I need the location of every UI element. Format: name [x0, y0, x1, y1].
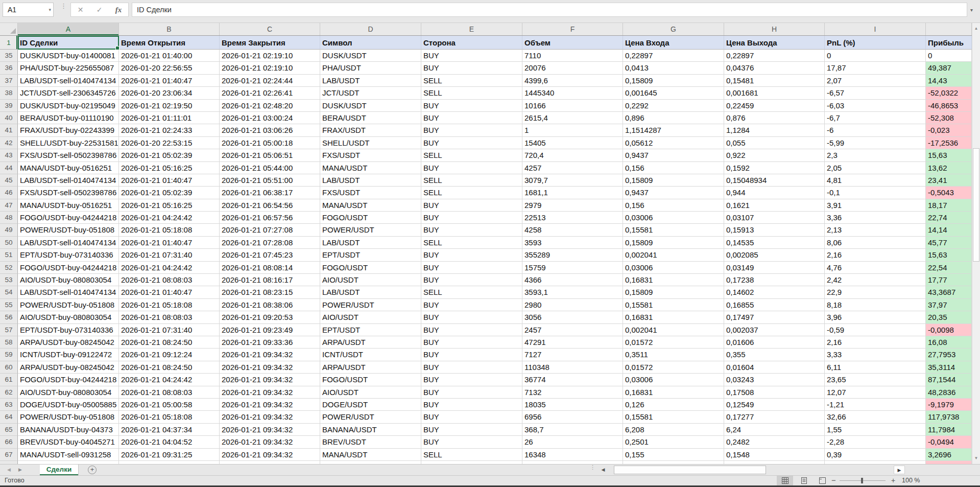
- row-number[interactable]: 36: [0, 62, 18, 74]
- cell-pnl[interactable]: 0,39: [825, 449, 926, 461]
- cell-exit-price[interactable]: 0,001681: [724, 87, 825, 99]
- cell-exit-price[interactable]: 0,15048934: [724, 174, 825, 187]
- cell-profit[interactable]: 87,1544: [926, 374, 972, 386]
- cell-symbol[interactable]: FOGO/USDT: [320, 374, 421, 386]
- cell-close-time[interactable]: 2026-01-21 02:19:10: [220, 50, 320, 62]
- cell-profit[interactable]: 13,62: [926, 162, 972, 174]
- column-header-G[interactable]: G: [623, 23, 724, 35]
- cell-exit-price[interactable]: 0,17277: [724, 411, 825, 423]
- row-number[interactable]: 44: [0, 162, 18, 174]
- cell-pnl[interactable]: 6,11: [825, 361, 926, 374]
- cell-entry-price[interactable]: 0,05612: [623, 137, 724, 149]
- cell-symbol[interactable]: AIO/USDT: [320, 274, 421, 286]
- cell-profit[interactable]: -9,1979: [926, 399, 972, 411]
- cell-close-time[interactable]: 2026-01-21 09:34:32: [220, 349, 320, 361]
- cell-id[interactable]: JCT/USDT-sell-2306345726: [18, 87, 119, 99]
- zoom-slider-thumb[interactable]: [861, 478, 863, 483]
- cell-symbol[interactable]: MANA/USDT: [320, 162, 421, 174]
- cell-pnl[interactable]: 2,42: [825, 274, 926, 286]
- cell-exit-price[interactable]: 0,876: [724, 112, 825, 124]
- cell-open-time[interactable]: 2026-01-21 05:18:08: [119, 411, 220, 423]
- cell-side[interactable]: BUY: [421, 212, 522, 224]
- cell-id[interactable]: ARPA/USDT-buy-08245042: [18, 361, 119, 374]
- row-number[interactable]: 59: [0, 349, 18, 361]
- cell-symbol[interactable]: JCT/USDT: [320, 87, 421, 99]
- cell-profit[interactable]: 18,17: [926, 199, 972, 212]
- cell-open-time[interactable]: 2026-01-21 01:40:47: [119, 237, 220, 249]
- cancel-icon[interactable]: ✕: [78, 6, 84, 14]
- cell-entry-price[interactable]: 0,15809: [623, 75, 724, 87]
- cell-side[interactable]: BUY: [421, 124, 522, 136]
- cell-side[interactable]: BUY: [421, 424, 522, 436]
- cell-volume[interactable]: 2979: [522, 199, 623, 212]
- cell-volume[interactable]: 15759: [522, 262, 623, 274]
- cell-entry-price[interactable]: 0,2292: [623, 100, 724, 112]
- cell-symbol[interactable]: EPT/USDT: [320, 249, 421, 261]
- cell-volume[interactable]: 4258: [522, 224, 623, 236]
- cell-entry-price[interactable]: 0,15581: [623, 224, 724, 236]
- cell-open-time[interactable]: 2026-01-21 08:08:03: [119, 311, 220, 323]
- row-number[interactable]: 35: [0, 50, 18, 62]
- row-number[interactable]: 49: [0, 224, 18, 236]
- zoom-out-icon[interactable]: −: [831, 476, 836, 485]
- cell-side[interactable]: BUY: [421, 411, 522, 423]
- cell-exit-price[interactable]: 0,2482: [724, 436, 825, 448]
- cell-close-time[interactable]: 2026-01-21 02:24:44: [220, 75, 320, 87]
- cell-entry-price[interactable]: 0,2501: [623, 436, 724, 448]
- cell-id[interactable]: EPT/USDT-buy-073140336: [18, 324, 119, 336]
- cell-volume[interactable]: 4257: [522, 162, 623, 174]
- cell-profit[interactable]: 23,41: [926, 174, 972, 187]
- cell-open-time[interactable]: 2026-01-20 23:06:34: [119, 87, 220, 99]
- cell-open-time[interactable]: 2026-01-20 22:56:55: [119, 62, 220, 74]
- cell-entry-price[interactable]: 0,16831: [623, 274, 724, 286]
- column-header-F[interactable]: F: [522, 23, 623, 35]
- cell-symbol[interactable]: PHA/USDT: [320, 62, 421, 74]
- cell-entry-price[interactable]: 6,208: [623, 424, 724, 436]
- cell-volume[interactable]: 15405: [522, 137, 623, 149]
- scroll-right-icon[interactable]: ▶: [894, 466, 905, 474]
- cell-open-time[interactable]: 2026-01-21 05:02:39: [119, 149, 220, 161]
- page-layout-view-button[interactable]: [796, 476, 812, 485]
- cell-side[interactable]: SELL: [421, 286, 522, 298]
- cell-open-time[interactable]: 2026-01-21 05:18:08: [119, 299, 220, 311]
- cell-entry-price[interactable]: 0,0413: [623, 62, 724, 74]
- cell-symbol[interactable]: AIO/USDT: [320, 386, 421, 399]
- cell-close-time[interactable]: 2026-01-21 05:44:00: [220, 162, 320, 174]
- cell-id[interactable]: FOGO/USDT-buy-04244218: [18, 374, 119, 386]
- cell-profit[interactable]: 15,63: [926, 249, 972, 261]
- row-number[interactable]: 51: [0, 249, 18, 261]
- cell-id[interactable]: AIO/USDT-buy-080803054: [18, 311, 119, 323]
- name-box-dropdown-icon[interactable]: ▾: [49, 3, 51, 16]
- cell-side[interactable]: BUY: [421, 349, 522, 361]
- cell-open-time[interactable]: 2026-01-21 08:24:50: [119, 336, 220, 349]
- cell-close-time[interactable]: 2026-01-21 03:06:26: [220, 124, 320, 136]
- sheet-tab-active[interactable]: Сделки: [40, 465, 79, 475]
- cell-volume[interactable]: 1681,1: [522, 187, 623, 199]
- cell-id[interactable]: LAB/USDT-sell-0140474134: [18, 286, 119, 298]
- cell-entry-price[interactable]: 0,002041: [623, 249, 724, 261]
- cell-id[interactable]: SHELL/USDT-buy-22531581: [18, 137, 119, 149]
- cell-pnl[interactable]: PnL (%): [825, 36, 926, 50]
- cell-exit-price[interactable]: 0,01604: [724, 361, 825, 374]
- cell-volume[interactable]: 720,4: [522, 149, 623, 161]
- cell-close-time[interactable]: 2026-01-21 09:34:32: [220, 374, 320, 386]
- cell-symbol[interactable]: EPT/USDT: [320, 324, 421, 336]
- cell-close-time[interactable]: 2026-01-21 09:34:32: [220, 411, 320, 423]
- row-number[interactable]: 64: [0, 411, 18, 423]
- cell-profit[interactable]: 17,77: [926, 274, 972, 286]
- cell-pnl[interactable]: -6,57: [825, 87, 926, 99]
- cell-exit-price[interactable]: 0,002085: [724, 249, 825, 261]
- column-header-I[interactable]: I: [825, 23, 926, 35]
- row-number[interactable]: 55: [0, 299, 18, 311]
- cell-open-time[interactable]: 2026-01-21 04:04:52: [119, 436, 220, 448]
- cell-volume[interactable]: 6956: [522, 411, 623, 423]
- cell-id[interactable]: POWER/USDT-buy-051808: [18, 411, 119, 423]
- cell-close-time[interactable]: 2026-01-21 06:54:56: [220, 199, 320, 212]
- row-number[interactable]: 43: [0, 149, 18, 161]
- cell-symbol[interactable]: ARPA/USDT: [320, 336, 421, 349]
- cell-volume[interactable]: 3593: [522, 237, 623, 249]
- cell-exit-price[interactable]: 0,944: [724, 187, 825, 199]
- cell-close-time[interactable]: 2026-01-21 02:19:10: [220, 62, 320, 74]
- cell-open-time[interactable]: 2026-01-21 01:40:00: [119, 50, 220, 62]
- cell-entry-price[interactable]: 0,15581: [623, 411, 724, 423]
